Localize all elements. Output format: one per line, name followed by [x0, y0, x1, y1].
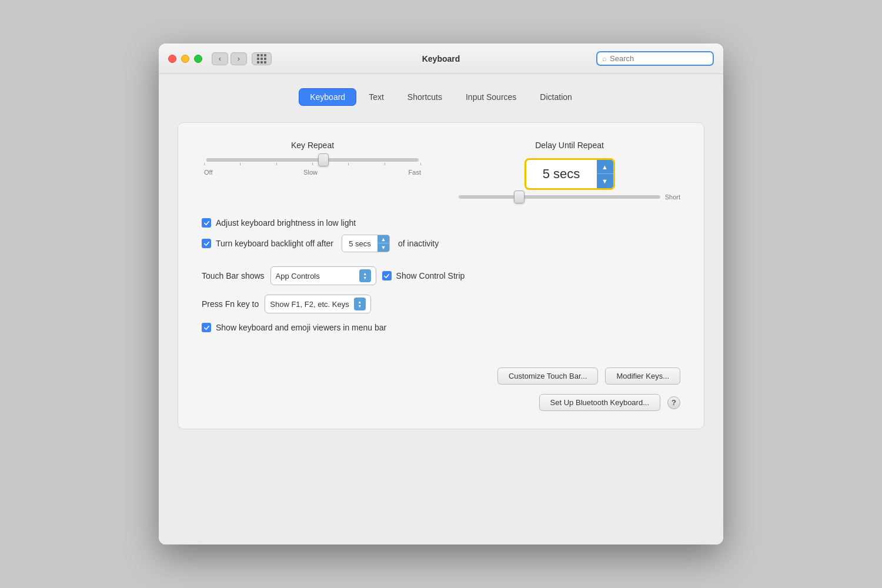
forward-button[interactable]: ›	[230, 52, 247, 65]
tab-input-sources[interactable]: Input Sources	[455, 88, 527, 106]
tab-keyboard[interactable]: Keyboard	[299, 88, 356, 106]
delay-stepper-up[interactable]: ▲	[597, 160, 613, 174]
grid-view-button[interactable]	[252, 52, 272, 65]
backlight-checkbox[interactable]	[202, 239, 211, 248]
show-control-strip-row: Show Control Strip	[382, 271, 465, 280]
brightness-label: Adjust keyboard brightness in low light	[216, 218, 356, 228]
brightness-row: Adjust keyboard brightness in low light	[202, 218, 680, 228]
delay-repeat-group: Delay Until Repeat 5 secs ▲ ▼	[459, 141, 680, 201]
window-title: Keyboard	[422, 54, 460, 64]
content-area: Keyboard Text Shortcuts Input Sources Di…	[159, 74, 723, 544]
backlight-label-after: of inactivity	[398, 239, 439, 248]
fn-dropdown-arrow-icon: ▲ ▼	[354, 298, 366, 310]
delay-stepper-arrows: ▲ ▼	[597, 160, 613, 188]
backlight-stepper-down[interactable]: ▼	[377, 243, 389, 252]
bottom-buttons: Customize Touch Bar... Modifier Keys...	[202, 356, 680, 385]
menu-bar-label: Show keyboard and emoji viewers in menu …	[216, 323, 386, 332]
forward-icon: ›	[238, 54, 240, 63]
tab-text[interactable]: Text	[358, 88, 395, 106]
titlebar: ‹ › Keyboard ⌕	[159, 44, 723, 74]
help-button[interactable]: ?	[667, 396, 680, 409]
back-button[interactable]: ‹	[212, 52, 228, 65]
back-icon: ‹	[219, 54, 221, 63]
search-input[interactable]	[610, 54, 708, 63]
touchbar-row: Touch Bar shows App Controls ▲ ▼ Show Co…	[202, 266, 680, 285]
key-repeat-ticks	[202, 163, 423, 165]
key-repeat-group: Key Repeat Off Slow Fast	[202, 141, 423, 176]
delay-stepper[interactable]: 5 secs ▲ ▼	[524, 158, 615, 190]
customize-touch-bar-button[interactable]: Customize Touch Bar...	[497, 368, 598, 385]
key-repeat-thumb[interactable]	[318, 153, 329, 166]
backlight-stepper-value: 5 secs	[342, 238, 377, 249]
backlight-stepper[interactable]: 5 secs ▲ ▼	[342, 235, 390, 252]
search-icon: ⌕	[602, 54, 607, 63]
bluetooth-keyboard-button[interactable]: Set Up Bluetooth Keyboard...	[539, 394, 660, 411]
delay-repeat-label: Delay Until Repeat	[535, 141, 604, 150]
backlight-checkmark-icon	[203, 240, 210, 247]
checkmark-icon	[203, 220, 210, 226]
close-button[interactable]	[168, 55, 176, 63]
sliders-row: Key Repeat Off Slow Fast	[202, 141, 680, 201]
delay-track-row: Short	[459, 193, 680, 201]
key-repeat-track	[206, 158, 419, 162]
show-control-strip-label: Show Control Strip	[396, 271, 465, 280]
main-panel: Key Repeat Off Slow Fast	[178, 122, 704, 429]
fn-key-row: Press Fn key to Show F1, F2, etc. Keys ▲…	[202, 295, 680, 313]
delay-short-label: Short	[665, 193, 680, 201]
tab-dictation[interactable]: Dictation	[529, 88, 583, 106]
checkboxes-section: Adjust keyboard brightness in low light …	[202, 218, 680, 252]
tabs-bar: Keyboard Text Shortcuts Input Sources Di…	[178, 88, 704, 106]
touchbar-label: Touch Bar shows	[202, 271, 265, 280]
delay-slider-thumb[interactable]	[514, 191, 524, 203]
modifier-keys-button[interactable]: Modifier Keys...	[605, 368, 680, 385]
traffic-lights	[168, 55, 202, 63]
maximize-button[interactable]	[194, 55, 202, 63]
backlight-stepper-arrows: ▲ ▼	[377, 235, 389, 252]
backlight-stepper-up[interactable]: ▲	[377, 235, 389, 243]
fn-key-dropdown-value: Show F1, F2, etc. Keys	[270, 300, 349, 309]
touchbar-dropdown-value: App Controls	[276, 272, 355, 280]
tab-shortcuts[interactable]: Shortcuts	[396, 88, 453, 106]
delay-stepper-wrapper: 5 secs ▲ ▼	[524, 158, 615, 190]
key-repeat-off-label: Off	[204, 169, 212, 176]
keyboard-preferences-window: ‹ › Keyboard ⌕ Keyboard Text Shortcu	[159, 44, 723, 544]
nav-buttons: ‹ ›	[212, 52, 272, 65]
show-control-strip-checkbox[interactable]	[382, 271, 392, 280]
fn-key-dropdown[interactable]: Show F1, F2, etc. Keys ▲ ▼	[265, 295, 370, 313]
search-box[interactable]: ⌕	[596, 51, 714, 66]
key-repeat-label: Key Repeat	[202, 141, 423, 150]
delay-stepper-down[interactable]: ▼	[597, 174, 613, 188]
key-repeat-slow-label: Slow	[303, 169, 318, 176]
delay-slider-track	[459, 195, 660, 199]
key-repeat-fast-label: Fast	[409, 169, 421, 176]
backlight-label-before: Turn keyboard backlight off after	[216, 239, 333, 248]
grid-icon	[257, 54, 266, 64]
backlight-row: Turn keyboard backlight off after 5 secs…	[202, 235, 680, 252]
menu-bar-checkmark-icon	[203, 325, 210, 331]
menu-bar-checkbox[interactable]	[202, 323, 211, 332]
touchbar-dropdown-arrow-icon: ▲ ▼	[359, 269, 371, 282]
control-strip-checkmark-icon	[383, 273, 390, 279]
footer-row: Set Up Bluetooth Keyboard... ?	[202, 394, 680, 411]
touchbar-dropdown[interactable]: App Controls ▲ ▼	[270, 266, 376, 285]
menu-bar-row: Show keyboard and emoji viewers in menu …	[202, 323, 680, 332]
brightness-checkbox[interactable]	[202, 218, 211, 228]
key-repeat-labels: Off Slow Fast	[202, 169, 423, 176]
fn-key-label: Press Fn key to	[202, 299, 259, 309]
delay-stepper-value: 5 secs	[526, 162, 597, 186]
minimize-button[interactable]	[181, 55, 189, 63]
